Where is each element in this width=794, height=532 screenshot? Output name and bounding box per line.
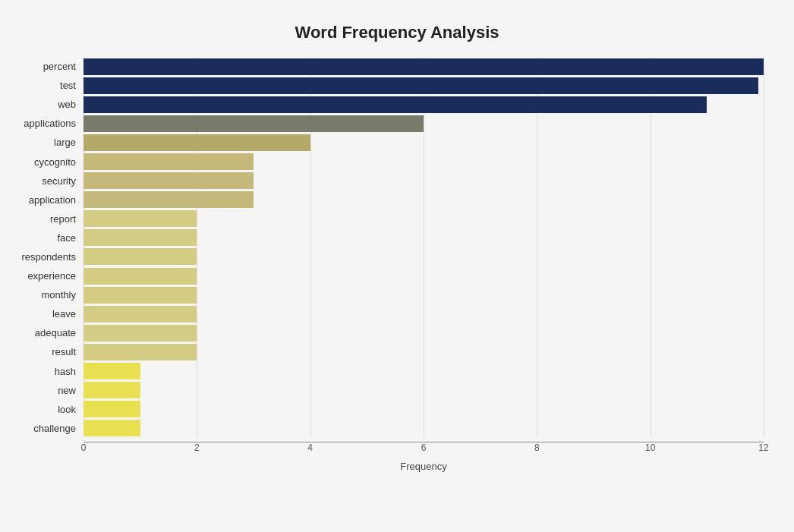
bar-row: result bbox=[83, 343, 764, 360]
bar-label: percent bbox=[8, 61, 83, 72]
bar-label: applications bbox=[8, 118, 83, 129]
bar-fill bbox=[83, 77, 758, 94]
bar-row: test bbox=[83, 77, 764, 94]
bar-row: respondents bbox=[83, 248, 764, 266]
bar-track bbox=[83, 210, 764, 227]
bar-track bbox=[83, 287, 764, 304]
bar-track bbox=[83, 134, 764, 151]
bar-row: applications bbox=[83, 115, 764, 132]
bar-label: adequate bbox=[8, 327, 83, 338]
bar-track bbox=[83, 382, 764, 398]
bar-track bbox=[83, 115, 764, 132]
bar-row: percent bbox=[83, 58, 764, 75]
bar-track bbox=[83, 420, 764, 436]
bar-label: hash bbox=[8, 366, 83, 377]
bar-row: report bbox=[83, 210, 764, 228]
bar-label: large bbox=[8, 137, 83, 148]
bar-fill bbox=[83, 115, 424, 132]
bar-track bbox=[83, 401, 764, 417]
bar-row: look bbox=[83, 401, 764, 418]
bar-track bbox=[83, 191, 764, 208]
bar-fill bbox=[83, 401, 140, 417]
bar-fill bbox=[83, 172, 254, 189]
bar-track bbox=[83, 363, 764, 379]
chart-plot-area: percenttestwebapplicationslargecycognito… bbox=[83, 58, 764, 437]
bar-row: leave bbox=[83, 305, 764, 323]
bar-row: large bbox=[83, 134, 764, 151]
bar-track bbox=[83, 344, 764, 360]
bar-label: result bbox=[8, 346, 83, 357]
x-axis-area: 024681012 Frequency bbox=[83, 442, 764, 472]
bar-track bbox=[83, 306, 764, 323]
chart-container: Word Frequency Analysis percenttestwebap… bbox=[0, 0, 794, 532]
bar-fill bbox=[83, 363, 140, 379]
bar-track bbox=[83, 248, 764, 265]
bar-row: face bbox=[83, 229, 764, 247]
bar-label: monthly bbox=[8, 289, 83, 301]
bar-fill bbox=[83, 420, 140, 436]
x-tick-label: 6 bbox=[421, 442, 427, 453]
bar-fill bbox=[83, 325, 197, 342]
bar-fill bbox=[83, 229, 197, 246]
bar-track bbox=[83, 77, 764, 94]
bar-track bbox=[83, 96, 764, 113]
bar-fill bbox=[83, 344, 197, 360]
bar-label: look bbox=[8, 404, 83, 415]
bar-fill bbox=[83, 306, 197, 323]
bar-fill bbox=[83, 248, 197, 265]
bar-fill bbox=[83, 134, 310, 151]
bar-row: application bbox=[83, 191, 764, 209]
bar-label: security bbox=[8, 175, 83, 187]
bar-label: report bbox=[8, 213, 83, 225]
bar-track bbox=[83, 153, 764, 170]
x-axis-label: Frequency bbox=[83, 461, 764, 472]
bar-label: experience bbox=[8, 270, 83, 282]
bar-label: face bbox=[8, 232, 83, 244]
x-tick-label: 10 bbox=[645, 442, 655, 453]
bar-label: new bbox=[8, 385, 83, 396]
x-tick-label: 8 bbox=[534, 442, 540, 453]
bar-fill bbox=[83, 382, 140, 398]
bar-fill bbox=[83, 287, 197, 304]
bars-container: percenttestwebapplicationslargecycognito… bbox=[83, 58, 764, 437]
bar-fill bbox=[83, 96, 707, 113]
x-tick-label: 2 bbox=[194, 442, 200, 453]
x-tick-labels: 024681012 bbox=[83, 442, 764, 458]
bar-fill bbox=[83, 153, 254, 170]
bar-fill bbox=[83, 191, 254, 208]
bar-row: new bbox=[83, 382, 764, 399]
bar-track bbox=[83, 268, 764, 285]
bar-row: web bbox=[83, 96, 764, 113]
bar-row: monthly bbox=[83, 286, 764, 304]
x-tick-label: 4 bbox=[307, 442, 313, 453]
bar-fill bbox=[83, 268, 197, 285]
bar-label: cycognito bbox=[8, 156, 83, 168]
bar-fill bbox=[83, 58, 764, 75]
bar-track bbox=[83, 325, 764, 342]
bar-track bbox=[83, 172, 764, 189]
bar-row: challenge bbox=[83, 420, 764, 437]
bar-label: test bbox=[8, 80, 83, 91]
bar-row: security bbox=[83, 172, 764, 190]
bar-row: cycognito bbox=[83, 153, 764, 170]
bar-row: adequate bbox=[83, 324, 764, 342]
bar-label: challenge bbox=[8, 423, 83, 434]
x-tick-label: 0 bbox=[81, 442, 87, 453]
bar-label: web bbox=[8, 99, 83, 110]
bar-fill bbox=[83, 210, 197, 227]
bar-label: leave bbox=[8, 308, 83, 320]
grid-line bbox=[764, 58, 764, 437]
bar-label: respondents bbox=[8, 251, 83, 263]
chart-title: Word Frequency Analysis bbox=[30, 23, 764, 42]
bar-row: hash bbox=[83, 363, 764, 380]
bar-track bbox=[83, 229, 764, 246]
bar-label: application bbox=[8, 194, 83, 206]
bar-track bbox=[83, 58, 764, 75]
x-tick-label: 12 bbox=[758, 442, 768, 453]
bar-row: experience bbox=[83, 267, 764, 285]
